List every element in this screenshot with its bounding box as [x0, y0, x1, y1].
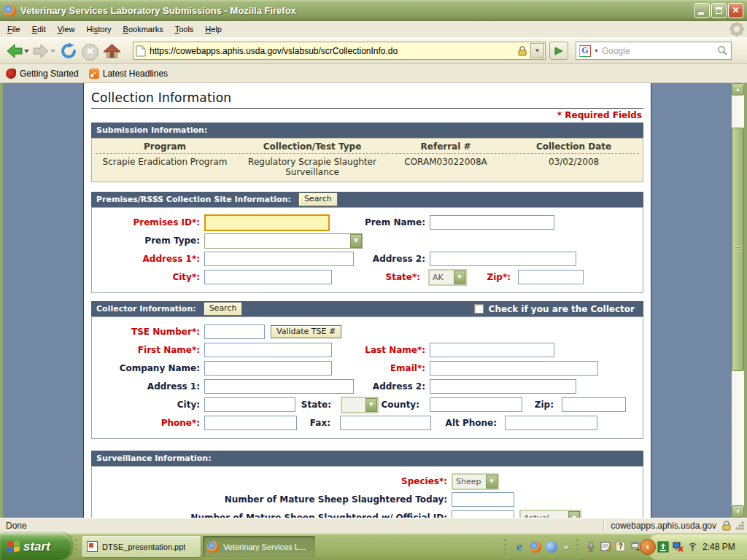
- prem-type-label: Prem Type:: [92, 236, 204, 246]
- county-input[interactable]: [430, 397, 522, 412]
- prem-type-select[interactable]: ▼: [204, 233, 363, 249]
- safely-remove-icon[interactable]: [656, 540, 670, 554]
- forward-button[interactable]: [31, 42, 56, 61]
- collector-address1-input[interactable]: [204, 379, 354, 394]
- company-name-input[interactable]: [204, 361, 332, 376]
- collector-header: Collector Information:: [96, 304, 196, 314]
- back-button[interactable]: [4, 42, 29, 61]
- bookmark-latest-headlines[interactable]: Latest Headlines: [89, 69, 168, 79]
- reload-button[interactable]: [58, 42, 78, 61]
- validate-tse-button[interactable]: Validate TSE #: [271, 325, 341, 338]
- collector-zip-input[interactable]: [562, 397, 626, 412]
- premises-state-label: State*:: [332, 272, 425, 282]
- menu-file[interactable]: File: [1, 23, 26, 36]
- home-button[interactable]: [102, 42, 122, 61]
- collector-checkbox[interactable]: [474, 304, 484, 314]
- mature-official-input[interactable]: [452, 510, 514, 518]
- page-title: Collection Information: [91, 90, 643, 109]
- collector-address2-input[interactable]: [430, 379, 576, 394]
- internet-explorer-icon[interactable]: e: [511, 539, 527, 555]
- windows-logo-icon: [7, 540, 20, 553]
- magnifier-icon: [717, 45, 728, 56]
- menu-tools[interactable]: Tools: [169, 23, 200, 36]
- lock-icon: [516, 46, 528, 56]
- mature-today-input[interactable]: [452, 492, 514, 507]
- throbber-icon: [735, 28, 738, 31]
- collector-search-button[interactable]: Search: [204, 302, 243, 315]
- maximize-button[interactable]: [711, 3, 727, 18]
- search-box[interactable]: G ▼ Google: [576, 42, 732, 60]
- collector-state-select[interactable]: ▼: [341, 397, 379, 413]
- first-name-input[interactable]: [204, 343, 332, 357]
- premises-zip-input[interactable]: [518, 270, 584, 284]
- google-logo-icon[interactable]: G: [579, 45, 591, 57]
- fax-input[interactable]: [340, 416, 431, 430]
- stop-button[interactable]: [80, 42, 100, 61]
- premises-search-button[interactable]: Search: [298, 192, 338, 206]
- web-page: Collection Information * Required Fields…: [83, 83, 651, 518]
- firefox-quicklaunch-icon[interactable]: [527, 539, 543, 555]
- premises-address1-input[interactable]: [204, 252, 354, 266]
- tray-collapse-icon[interactable]: ‹: [640, 539, 656, 555]
- menu-help[interactable]: Help: [199, 23, 228, 36]
- network-disconnected-icon[interactable]: [670, 540, 685, 554]
- last-name-input[interactable]: [430, 343, 554, 357]
- search-placeholder: Google: [602, 46, 717, 56]
- submission-table: Program Collection/Test Type Referral # …: [91, 138, 643, 182]
- mature-official-label: Number of Mature Sheep Slaughtered w/ Of…: [92, 513, 452, 518]
- premises-header: Premises/RSSS Collection Site Informatio…: [96, 195, 291, 204]
- collector-address2-label: Address 2:: [354, 381, 430, 392]
- page-icon: [136, 45, 146, 57]
- start-button[interactable]: start: [0, 533, 71, 560]
- menu-edit[interactable]: Edit: [26, 23, 52, 36]
- premises-city-input[interactable]: [204, 270, 332, 284]
- collector-address1-label: Address 1:: [92, 381, 204, 392]
- go-button[interactable]: [549, 42, 568, 60]
- submission-row: Scrapie Eradication Program Regulatory S…: [92, 154, 643, 182]
- collection-date-value: 03/02/2008: [505, 157, 643, 177]
- email-input[interactable]: [430, 361, 598, 376]
- taskbar-item-ppt[interactable]: DTSE_presentation.ppt: [82, 536, 201, 557]
- required-fields-note: * Required Fields: [91, 109, 643, 122]
- premises-state-select[interactable]: AK▼: [428, 269, 467, 286]
- menu-bookmarks[interactable]: Bookmarks: [117, 23, 169, 36]
- messenger-icon[interactable]: [543, 539, 560, 555]
- prem-name-input[interactable]: [430, 215, 554, 230]
- forward-arrow-icon: [31, 42, 56, 61]
- collector-city-input[interactable]: [204, 397, 295, 412]
- menu-history[interactable]: History: [80, 23, 117, 36]
- wireless-icon[interactable]: [685, 540, 700, 554]
- county-label: County:: [379, 400, 424, 410]
- help-icon[interactable]: ?: [613, 540, 627, 554]
- tse-number-input[interactable]: [204, 324, 265, 339]
- overflow-chevron-icon[interactable]: »: [564, 542, 568, 551]
- scroll-up-button[interactable]: ▲: [732, 83, 744, 96]
- col-collection-test-type: Collection/Test Type: [238, 141, 387, 152]
- address-bar[interactable]: https://cowebapps.aphis.usda.gov/vslabsu…: [133, 42, 546, 60]
- submission-header: Submission Information:: [91, 122, 643, 138]
- premises-id-input[interactable]: [204, 214, 330, 231]
- minimize-button[interactable]: [694, 3, 710, 18]
- status-bar: Done cowebapps.aphis.usda.gov: [0, 518, 747, 533]
- firefox-icon: [4, 4, 16, 17]
- vertical-scrollbar[interactable]: ▲ ▼: [732, 83, 744, 518]
- taskbar: start DTSE_presentation.ppt Veterinary S…: [0, 533, 747, 560]
- official-id-select[interactable]: Actual▼: [519, 510, 581, 518]
- premises-address2-input[interactable]: [430, 252, 576, 266]
- close-button[interactable]: ✕: [728, 3, 743, 18]
- scroll-down-button[interactable]: ▼: [732, 505, 744, 518]
- url-dropdown-button[interactable]: ▼: [530, 43, 544, 58]
- taskbar-item-firefox[interactable]: Veterinary Services L...: [203, 536, 315, 557]
- premises-address1-label: Address 1*:: [92, 254, 204, 264]
- scrollbar-thumb[interactable]: [732, 128, 744, 371]
- journal-icon[interactable]: [598, 540, 613, 554]
- resize-grip[interactable]: [735, 521, 744, 530]
- menu-view[interactable]: View: [52, 23, 81, 36]
- alt-phone-input[interactable]: [505, 416, 597, 430]
- microphone-icon[interactable]: [584, 540, 598, 554]
- search-engine-dropdown[interactable]: ▼: [594, 48, 599, 53]
- bookmark-getting-started[interactable]: Getting Started: [6, 69, 79, 79]
- phone-input[interactable]: [204, 416, 297, 430]
- tse-number-label: TSE Number*:: [92, 327, 204, 337]
- species-select[interactable]: Sheep▼: [452, 473, 499, 490]
